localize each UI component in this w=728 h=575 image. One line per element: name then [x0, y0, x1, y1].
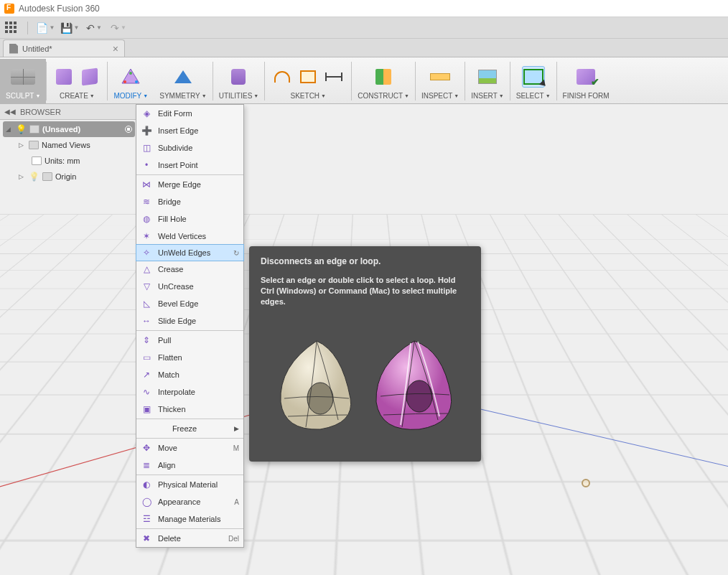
menu-item-fill-hole[interactable]: ◍Fill Hole [136, 210, 243, 228]
dimension-icon [325, 76, 342, 78]
menu-item-pull[interactable]: ⇕Pull [136, 332, 243, 349]
menu-item-icon: ↔ [141, 315, 152, 327]
menu-item-icon: ▣ [141, 403, 152, 415]
box-icon [56, 69, 72, 85]
menu-item-appearance[interactable]: ◯AppearanceA [136, 493, 243, 510]
menu-item-thicken[interactable]: ▣Thicken [136, 401, 243, 418]
menu-item-align[interactable]: ≣Align [136, 457, 243, 474]
collapse-icon[interactable]: ◀◀ [4, 108, 16, 116]
menu-item-label: Crease [158, 265, 183, 274]
menu-item-label: Bevel Edge [158, 299, 198, 308]
ribbon-group-finish[interactable]: FINISH FORM [557, 59, 615, 103]
ribbon-group-insert[interactable]: INSERT▼ [465, 59, 509, 103]
active-radio-icon[interactable] [125, 126, 132, 133]
menu-item-weld-vertices[interactable]: ✶Weld Vertices [136, 228, 243, 245]
save-icon[interactable]: 💾▼ [62, 21, 77, 35]
app-logo-icon [4, 4, 14, 14]
menu-item-match[interactable]: ↗Match [136, 366, 243, 383]
menu-item-manage-materials[interactable]: ☲Manage Materials [136, 510, 243, 528]
utilities-icon [231, 69, 246, 85]
ribbon-group-symmetry[interactable]: SYMMETRY▼ [154, 59, 212, 103]
menu-item-bevel-edge[interactable]: ◺Bevel Edge [136, 295, 243, 312]
ribbon-group-sketch[interactable]: SKETCH▼ [265, 59, 351, 103]
tree-label: Origin [55, 172, 76, 181]
undo-icon[interactable]: ↶▼ [87, 21, 101, 35]
menu-item-label: Thicken [158, 405, 186, 413]
menu-item-icon: ☲ [141, 513, 152, 525]
ribbon-label: UTILITIES [219, 92, 253, 100]
svg-point-2 [123, 80, 126, 83]
symmetry-icon [174, 70, 192, 83]
menu-item-unweld-edges[interactable]: ✧UnWeld Edges↻ [136, 244, 244, 261]
menu-item-icon: ◈ [141, 108, 152, 119]
menu-item-physical-material[interactable]: ◐Physical Material [136, 476, 243, 493]
viewport-3d[interactable]: ◀◀ BROWSER ◢💡 (Unsaved) ▷ Named Views Un… [0, 104, 728, 575]
ribbon-label: CREATE [60, 92, 88, 100]
menu-item-flatten[interactable]: ▭Flatten [136, 349, 243, 366]
menu-item-slide-edge[interactable]: ↔Slide Edge [136, 312, 243, 329]
menu-item-label: Interpolate [158, 388, 195, 396]
menu-item-icon: ◐ [141, 479, 152, 490]
menu-item-interpolate[interactable]: ∿Interpolate [136, 383, 243, 401]
picture-icon [478, 70, 497, 84]
ribbon-group-construct[interactable]: CONSTRUCT▼ [352, 59, 415, 103]
document-tab-label: Untitled* [22, 45, 52, 53]
apps-grid-icon[interactable] [4, 22, 17, 34]
ribbon-group-utilities[interactable]: UTILITIES▼ [213, 59, 265, 103]
tree-label: Named Views [42, 141, 90, 149]
menu-item-shortcut: A [234, 498, 239, 506]
ribbon-label: INSERT [471, 92, 498, 100]
menu-item-icon: ≣ [141, 459, 152, 471]
menu-item-uncrease[interactable]: ▽UnCrease [136, 278, 243, 295]
tree-item-units[interactable]: Units: mm [29, 153, 135, 169]
menu-item-crease[interactable]: △Crease [136, 261, 243, 278]
menu-item-delete[interactable]: ✖DeleteDel [136, 530, 243, 547]
file-menu-icon[interactable]: 📄▼ [38, 21, 52, 35]
menu-item-bridge[interactable]: ≋Bridge [136, 193, 243, 210]
redo-icon[interactable]: ↷▼ [111, 21, 126, 35]
finish-icon [577, 69, 595, 85]
menu-item-label: Move [158, 444, 177, 452]
ribbon-label: SELECT [516, 92, 544, 100]
tree-root[interactable]: ◢💡 (Unsaved) [3, 121, 135, 137]
menu-item-icon: ✖ [141, 533, 152, 544]
menu-item-icon: ↗ [141, 369, 152, 380]
tree-item-origin[interactable]: ▷💡 Origin [16, 169, 135, 184]
tooltip-title: Disconnects an edge or loop. [261, 256, 470, 266]
menu-item-label: UnWeld Edges [158, 248, 210, 257]
ribbon-group-select[interactable]: SELECT▼ [510, 59, 556, 103]
menu-item-label: Subdivide [158, 144, 192, 152]
browser-label: BROWSER [20, 108, 61, 116]
menu-item-edit-form[interactable]: ◈Edit Form [136, 105, 243, 122]
browser-panel-header[interactable]: ◀◀ BROWSER [0, 104, 136, 120]
window-title-bar: Autodesk Fusion 360 [0, 0, 728, 17]
modify-dropdown-menu: ◈Edit Form➕Insert Edge◫Subdivide•Insert … [136, 104, 244, 548]
menu-item-merge-edge[interactable]: ⋈Merge Edge [136, 176, 243, 193]
menu-item-label: UnCrease [158, 282, 194, 291]
ribbon-group-create[interactable]: CREATE▼ [47, 59, 107, 103]
menu-item-subdivide[interactable]: ◫Subdivide [136, 139, 243, 156]
menu-item-move[interactable]: ✥MoveM [136, 439, 243, 457]
menu-item-insert-edge[interactable]: ➕Insert Edge [136, 122, 243, 139]
menu-item-label: Freeze [141, 424, 228, 433]
document-tab[interactable]: Untitled* × [3, 39, 125, 57]
repeat-icon: ↻ [233, 249, 239, 257]
menu-item-freeze[interactable]: Freeze▶ [136, 420, 243, 437]
menu-item-label: Align [158, 461, 175, 469]
tree-item-named-views[interactable]: ▷ Named Views [16, 137, 135, 153]
menu-item-label: Slide Edge [158, 317, 196, 325]
menu-item-icon: ✥ [141, 442, 152, 454]
menu-item-shortcut: M [233, 444, 239, 452]
document-icon [9, 44, 18, 54]
ribbon-label: CONSTRUCT [358, 92, 403, 100]
ribbon-group-modify[interactable]: MODIFY▼ [108, 59, 154, 103]
ribbon-group-sculpt[interactable]: SCULPT▼ [0, 59, 46, 103]
select-icon [523, 69, 543, 85]
construct-icon [375, 69, 391, 85]
ribbon-group-inspect[interactable]: INSPECT▼ [416, 59, 465, 103]
ribbon-label: MODIFY [113, 92, 141, 100]
close-tab-icon[interactable]: × [113, 43, 118, 55]
menu-item-icon: ➕ [141, 125, 152, 136]
menu-item-icon: ▽ [141, 281, 152, 292]
menu-item-insert-point[interactable]: •Insert Point [136, 156, 243, 174]
